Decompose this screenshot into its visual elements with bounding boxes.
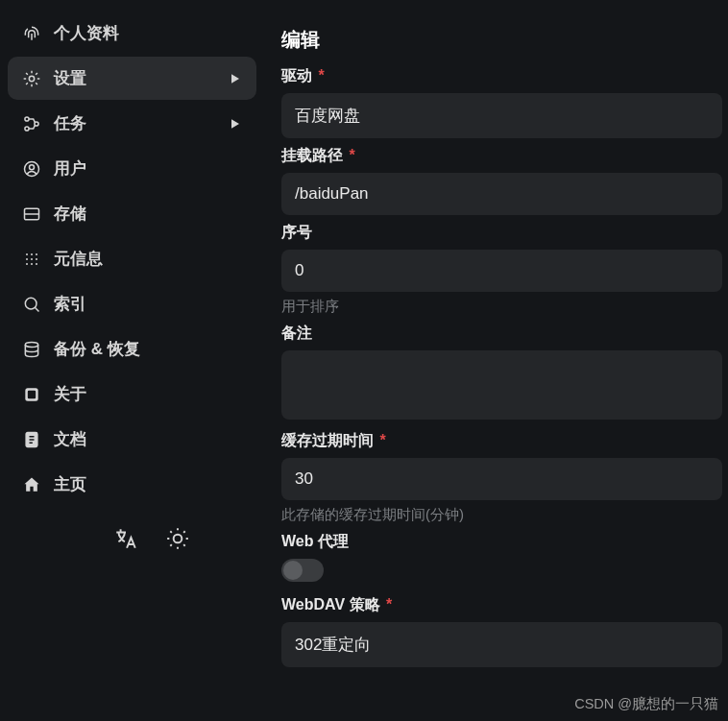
mount-path-label: 挂载路径 [281,147,343,163]
order-label: 序号 [281,223,722,243]
sidebar-item-tasks[interactable]: 任务 [8,102,256,145]
field-driver: 驱动 * 百度网盘 [281,66,722,138]
field-web-proxy: Web 代理 [281,532,722,582]
sidebar-item-label: 文档 [54,428,243,450]
sidebar-item-label: 用户 [54,157,243,180]
chevron-right-icon [231,118,243,130]
web-proxy-label: Web 代理 [281,532,722,552]
sidebar-item-label: 备份 & 恢复 [54,338,243,360]
sidebar-item-index[interactable]: 索引 [8,282,256,325]
driver-select[interactable]: 百度网盘 [281,93,722,138]
main-form: 编辑 驱动 * 百度网盘 挂载路径 * 序号 用于排序 备注 缓存过期时间 * … [264,0,728,721]
required-mark: * [386,596,392,613]
sidebar-item-meta[interactable]: 元信息 [8,237,256,280]
svg-point-2 [25,126,29,130]
sidebar-item-label: 任务 [54,112,231,134]
svg-point-15 [36,263,37,265]
meta-icon [21,249,42,270]
about-icon [21,384,42,405]
page-title: 编辑 [281,27,722,53]
home-icon [21,474,42,495]
svg-point-14 [31,263,33,265]
database-icon [21,339,42,360]
toggle-knob [283,561,303,580]
driver-label: 驱动 [281,67,312,84]
sidebar-item-users[interactable]: 用户 [8,147,256,190]
sidebar-item-settings[interactable]: 设置 [8,57,256,100]
order-helper: 用于排序 [281,298,722,316]
webdav-policy-label: WebDAV 策略 [281,596,380,613]
watermark: CSDN @臆想的一只猫 [574,695,718,713]
svg-point-17 [25,342,37,347]
remark-textarea[interactable] [281,350,722,420]
required-mark: * [349,147,354,163]
order-input[interactable] [281,250,722,292]
field-order: 序号 用于排序 [281,223,722,316]
language-button[interactable] [112,525,139,552]
sidebar-item-label: 设置 [54,67,231,89]
utility-row [8,525,256,552]
web-proxy-toggle[interactable] [281,559,324,582]
field-mount-path: 挂载路径 * [281,146,722,215]
svg-point-5 [30,164,35,169]
svg-point-0 [29,76,34,81]
svg-point-10 [26,258,28,260]
theme-button[interactable] [164,525,191,552]
cache-expire-label: 缓存过期时间 [281,432,374,448]
sidebar-item-label: 个人资料 [54,22,243,44]
field-webdav-policy: WebDAV 策略 * 302重定向 [281,595,722,667]
svg-point-21 [173,535,182,543]
storage-icon [21,204,42,225]
mount-path-input[interactable] [281,173,722,215]
cache-expire-helper: 此存储的缓存过期时间(分钟) [281,506,722,524]
svg-point-11 [31,258,33,260]
sidebar-item-label: 元信息 [54,248,243,270]
svg-point-7 [26,253,28,255]
sidebar-item-label: 索引 [54,293,243,315]
sidebar-item-profile[interactable]: 个人资料 [8,12,256,55]
svg-point-16 [25,298,36,309]
required-mark: * [318,67,324,84]
chevron-right-icon [231,73,243,84]
sidebar-item-backup[interactable]: 备份 & 恢复 [8,327,256,371]
sidebar-item-storage[interactable]: 存储 [8,192,256,235]
field-cache-expire: 缓存过期时间 * 此存储的缓存过期时间(分钟) [281,431,722,524]
svg-point-3 [35,121,38,125]
svg-point-8 [31,253,33,255]
sidebar-item-label: 关于 [54,383,243,405]
sidebar-item-label: 主页 [54,473,243,495]
required-mark: * [379,432,385,448]
user-icon [21,158,42,180]
field-remark: 备注 [281,324,722,423]
svg-point-13 [26,263,28,265]
svg-point-12 [36,258,37,260]
svg-rect-19 [28,390,36,397]
sidebar-item-about[interactable]: 关于 [8,373,256,416]
sidebar: 个人资料 设置 任务 用户 存储 元信息 [0,0,264,721]
docs-icon [21,429,42,450]
search-icon [21,294,42,315]
sidebar-item-home[interactable]: 主页 [8,463,256,506]
svg-point-9 [36,253,37,255]
fingerprint-icon [21,23,42,44]
tasks-icon [21,113,42,134]
cache-expire-input[interactable] [281,458,722,500]
sidebar-item-label: 存储 [54,203,243,225]
svg-point-1 [25,116,29,120]
sidebar-item-docs[interactable]: 文档 [8,418,256,461]
remark-label: 备注 [281,324,722,344]
gear-icon [21,68,42,89]
webdav-policy-select[interactable]: 302重定向 [281,622,722,667]
